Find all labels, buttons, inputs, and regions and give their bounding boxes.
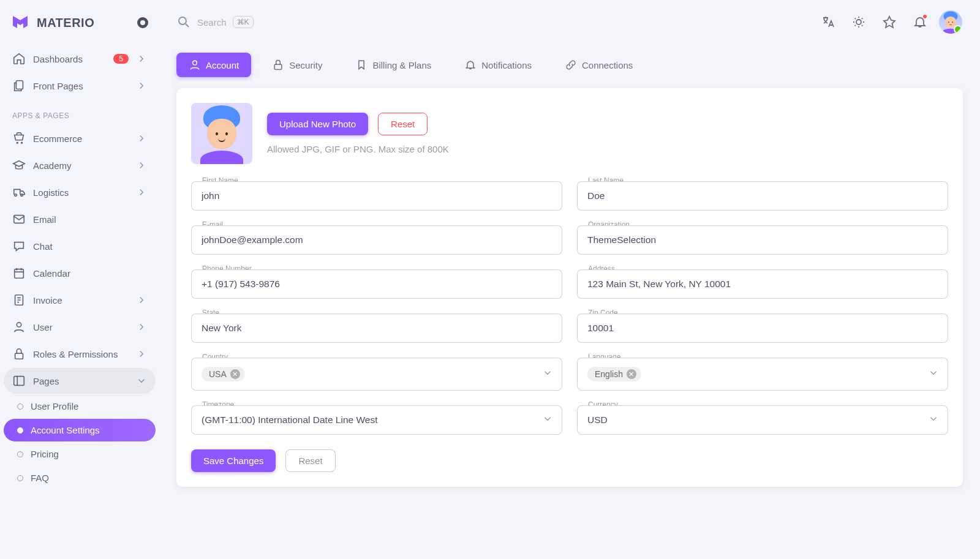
star-icon [882, 15, 897, 29]
chevron-right-icon [136, 80, 147, 91]
svg-point-4 [17, 323, 21, 327]
zip-input[interactable] [587, 323, 938, 334]
field-state: State [191, 313, 562, 343]
topbar: Search ⌘K [159, 0, 980, 39]
bullet-icon [17, 451, 23, 457]
sidebar-item-email[interactable]: Email [4, 206, 156, 232]
field-country: Country USA✕ [191, 358, 562, 391]
sidebar-item-front-pages[interactable]: Front Pages [4, 73, 156, 99]
sidebar-sub-account-settings[interactable]: Account Settings [4, 419, 156, 441]
account-card: Upload New Photo Reset Allowed JPG, GIF … [176, 88, 963, 487]
search-input[interactable]: Search ⌘K [176, 15, 807, 29]
sidebar-item-logistics[interactable]: Logistics [4, 179, 156, 205]
chevron-right-icon [136, 53, 147, 64]
save-changes-button[interactable]: Save Changes [191, 449, 276, 472]
cart-icon [12, 132, 26, 145]
sidebar-sub-user-profile[interactable]: User Profile [4, 395, 156, 418]
lock-icon [12, 347, 26, 361]
phone-input[interactable] [202, 279, 552, 290]
language-select[interactable]: English✕ [577, 358, 948, 391]
link-icon [565, 59, 577, 71]
search-placeholder: Search [197, 17, 227, 28]
files-icon [12, 79, 26, 92]
sidebar-item-pages[interactable]: Pages [4, 368, 156, 394]
reset-form-button[interactable]: Reset [285, 449, 335, 472]
tab-account[interactable]: Account [176, 53, 251, 77]
bookmark-icon [355, 59, 368, 71]
organization-input[interactable] [587, 234, 938, 246]
chevron-right-icon [136, 160, 147, 171]
chevron-right-icon [136, 187, 147, 198]
tab-notifications[interactable]: Notifications [452, 53, 544, 77]
state-input[interactable] [202, 323, 552, 334]
tab-connections[interactable]: Connections [552, 53, 645, 77]
notification-dot [922, 14, 927, 19]
svg-rect-0 [16, 81, 23, 89]
timezone-select[interactable]: (GMT-11:00) International Date Line West [191, 405, 562, 435]
sidebar-item-calendar[interactable]: Calendar [4, 260, 156, 286]
sidebar-item-chat[interactable]: Chat [4, 233, 156, 259]
search-icon [176, 15, 191, 29]
avatar-icon [939, 10, 962, 34]
svg-rect-6 [14, 377, 24, 386]
chevron-down-icon [928, 367, 939, 381]
field-zip: Zip Code [577, 313, 948, 343]
lock-icon [272, 59, 284, 71]
field-email: E-mail [191, 225, 562, 255]
chevron-right-icon [136, 295, 147, 306]
last-name-input[interactable] [587, 190, 938, 201]
field-timezone: Timezone (GMT-11:00) International Date … [191, 405, 562, 435]
upload-photo-button[interactable]: Upload New Photo [267, 113, 368, 135]
bullet-icon [17, 475, 23, 481]
tab-security[interactable]: Security [260, 53, 334, 77]
sidebar-sub-faq[interactable]: FAQ [4, 467, 156, 489]
svg-rect-2 [15, 269, 24, 279]
field-address: Address [577, 269, 948, 299]
sidebar-item-academy[interactable]: Academy [4, 152, 156, 178]
settings-tabs: Account Security Billing & Plans Notific… [159, 39, 980, 88]
sidebar-item-invoice[interactable]: Invoice [4, 287, 156, 313]
country-select[interactable]: USA✕ [191, 358, 562, 391]
chevron-down-icon [136, 375, 147, 386]
svg-point-8 [856, 20, 861, 24]
bullet-icon [17, 427, 23, 433]
bullet-icon [17, 403, 23, 410]
svg-point-7 [179, 17, 186, 24]
brand-logo-icon [11, 13, 29, 32]
user-avatar-button[interactable] [938, 10, 963, 34]
sidebar-item-dashboards[interactable]: Dashboards 5 [4, 46, 156, 72]
chevron-down-icon [928, 413, 939, 427]
user-icon [189, 59, 201, 71]
calendar-icon [12, 266, 26, 280]
sidebar: MATERIO Dashboards 5 Front Pages APPS & … [0, 0, 159, 559]
email-input[interactable] [202, 234, 552, 246]
search-shortcut: ⌘K [233, 16, 254, 28]
sidebar-item-roles[interactable]: Roles & Permissions [4, 341, 156, 367]
chevron-down-icon [542, 367, 553, 381]
chat-icon [12, 239, 26, 253]
chevron-right-icon [136, 133, 147, 144]
home-icon [12, 52, 26, 66]
notifications-button[interactable] [908, 10, 932, 34]
sidebar-item-user[interactable]: User [4, 314, 156, 340]
sidebar-toggle-icon[interactable] [137, 17, 148, 28]
language-button[interactable] [816, 10, 840, 34]
chip-close-icon[interactable]: ✕ [627, 369, 636, 379]
theme-button[interactable] [846, 10, 871, 34]
favorites-button[interactable] [877, 10, 902, 34]
field-currency: Currency USD [577, 405, 948, 435]
reset-photo-button[interactable]: Reset [378, 113, 428, 135]
chip-close-icon[interactable]: ✕ [230, 369, 240, 379]
invoice-icon [12, 293, 26, 307]
chevron-right-icon [136, 321, 147, 332]
first-name-input[interactable] [202, 190, 552, 201]
currency-select[interactable]: USD [577, 405, 948, 435]
sidebar-item-ecommerce[interactable]: Ecommerce [4, 126, 156, 151]
truck-icon [12, 186, 26, 199]
field-language: Language English✕ [577, 358, 948, 391]
layout-icon [12, 374, 26, 388]
address-input[interactable] [587, 279, 938, 290]
tab-billing[interactable]: Billing & Plans [343, 53, 443, 77]
svg-rect-10 [274, 64, 282, 69]
sidebar-sub-pricing[interactable]: Pricing [4, 443, 156, 465]
